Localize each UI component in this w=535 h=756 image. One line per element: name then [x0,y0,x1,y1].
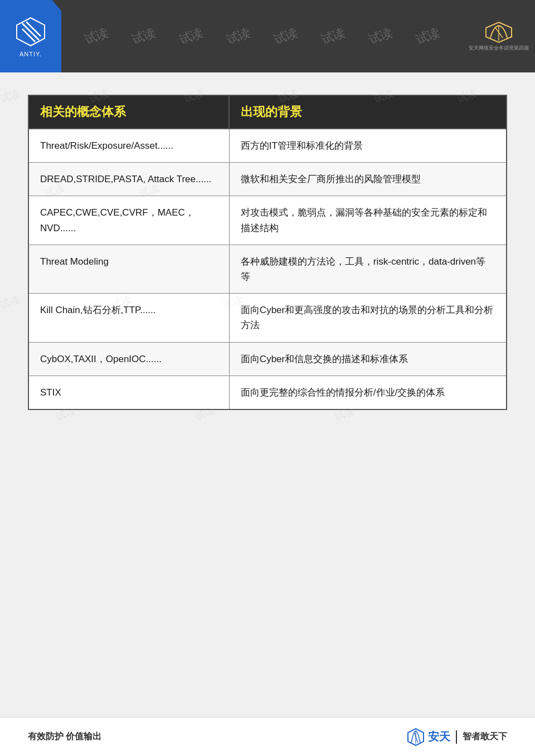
logo-box: ANTIY. [0,0,61,72]
table-cell-concept: CybOX,TAXII，OpenIOC...... [28,342,229,375]
logo-text: ANTIY. [20,51,42,57]
table-cell-concept: STIX [28,375,229,409]
concepts-table: 相关的概念体系 出现的背景 Threat/Risk/Exposure/Asset… [28,95,507,410]
header-wm-3: 试读 [177,24,206,48]
table-header-row: 相关的概念体系 出现的背景 [28,95,507,129]
table-row: STIX面向更完整的综合性的情报分析/作业/交换的体系 [28,375,507,409]
header-wm-5: 试读 [271,24,300,48]
antiy-logo-icon [14,15,47,48]
table-row: CybOX,TAXII，OpenIOC......面向Cyber和信息交换的描述… [28,342,507,375]
main-content: 试读 试读 试读 试读 试读 试读 试读 试读 试读 试读 试读 试读 试读 试… [0,72,535,427]
header-wm-1: 试读 [82,24,111,48]
footer-eagle-icon [407,728,425,746]
footer-divider [456,730,457,744]
right-eagle-icon [485,21,513,43]
header-wm-7: 试读 [366,24,395,48]
footer: 有效防护 价值输出 安天 智者敢天下 [0,717,535,756]
table-row: Kill Chain,钻石分析,TTP......面向Cyber和更高强度的攻击… [28,294,507,342]
table-row: CAPEC,CWE,CVE,CVRF，MAEC，NVD......对攻击模式，脆… [28,196,507,245]
table-cell-background: 西方的IT管理和标准化的背景 [229,129,507,163]
table-row: DREAD,STRIDE,PASTA, Attack Tree......微软和… [28,163,507,196]
table-row: Threat Modeling各种威胁建模的方法论，工具，risk-centri… [28,245,507,293]
antiy-right-logo: 安天网络安全冬训营第四届 [469,21,529,52]
header-wm-8: 试读 [414,24,442,48]
footer-right: 安天 智者敢天下 [407,728,507,746]
footer-brand-name: 安天 [428,729,450,744]
table-cell-concept: Kill Chain,钻石分析,TTP...... [28,294,229,342]
footer-antiy-text: 安天 [428,730,450,743]
table-cell-background: 对攻击模式，脆弱点，漏洞等各种基础的安全元素的标定和描述结构 [229,196,507,245]
right-logo-subtitle: 安天网络安全冬训营第四届 [469,45,529,52]
col2-header: 出现的背景 [229,95,507,129]
header-watermarks: 试读 试读 试读 试读 试读 试读 试读 试读 [61,0,463,72]
table-row: Threat/Risk/Exposure/Asset......西方的IT管理和… [28,129,507,163]
footer-antiy-logo [407,728,425,746]
table-cell-background: 微软和相关安全厂商所推出的风险管理模型 [229,163,507,196]
table-cell-concept: DREAD,STRIDE,PASTA, Attack Tree...... [28,163,229,196]
col1-header: 相关的概念体系 [28,95,229,129]
header-wm-2: 试读 [129,24,158,48]
header-wm-4: 试读 [224,24,253,48]
table-cell-background: 面向Cyber和信息交换的描述和标准体系 [229,342,507,375]
footer-tagline-right: 智者敢天下 [463,731,507,743]
table-cell-concept: Threat Modeling [28,245,229,293]
footer-tagline-left: 有效防护 价值输出 [28,731,101,743]
main-wm-9: 试读 [0,292,22,312]
table-cell-background: 各种威胁建模的方法论，工具，risk-centric，data-driven等等 [229,245,507,293]
header-wm-6: 试读 [319,24,348,48]
main-wm-1: 试读 [0,86,22,106]
table-cell-concept: Threat/Risk/Exposure/Asset...... [28,129,229,163]
header: ANTIY. 试读 试读 试读 试读 试读 试读 试读 试读 安天网络安全冬训营… [0,0,535,72]
table-cell-background: 面向Cyber和更高强度的攻击和对抗的场景的分析工具和分析方法 [229,294,507,342]
table-cell-concept: CAPEC,CWE,CVE,CVRF，MAEC，NVD...... [28,196,229,245]
table-cell-background: 面向更完整的综合性的情报分析/作业/交换的体系 [229,375,507,409]
header-logo-right: 安天网络安全冬训营第四届 [463,0,535,72]
